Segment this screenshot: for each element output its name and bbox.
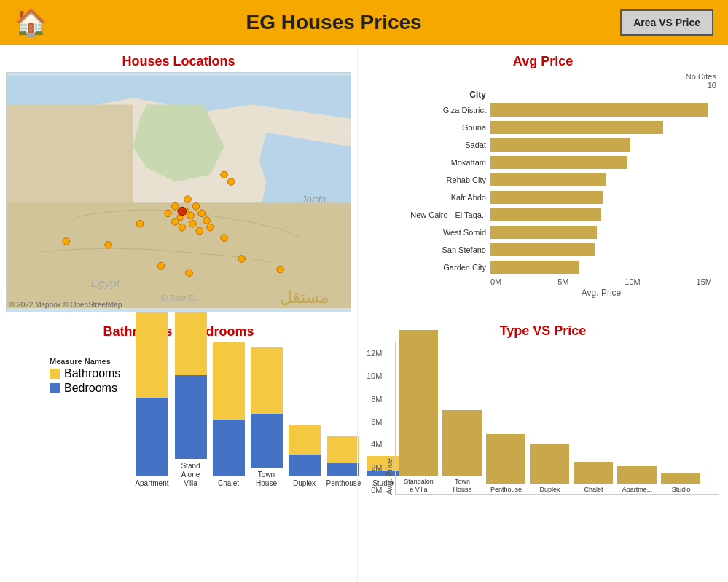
penthouse-bedrooms-bar xyxy=(327,463,359,476)
x-label-5m: 5M xyxy=(557,278,568,286)
city-col-header: City xyxy=(374,90,490,100)
header-left: 🏠 xyxy=(15,7,47,38)
svg-point-30 xyxy=(157,262,165,270)
svg-point-25 xyxy=(63,238,70,245)
bar-fill-westsomid xyxy=(490,226,597,239)
bar-fill-gardencity xyxy=(490,261,579,274)
svg-point-13 xyxy=(187,212,195,219)
bar-track-newcairo xyxy=(490,208,712,221)
table-row: Sadat xyxy=(374,138,712,152)
y-8m: 8M xyxy=(371,395,382,404)
map-section: Houses Locations xyxy=(0,45,357,315)
bar-fill-mokattam xyxy=(490,156,627,169)
type-bar-standalone: Standalone Villa xyxy=(399,330,438,494)
x-label-10m: 10M xyxy=(625,278,640,286)
svg-point-33 xyxy=(221,171,228,178)
duplex-label: Duplex xyxy=(293,479,316,488)
bb-bar-penthouse: Penthouse xyxy=(326,436,361,488)
svg-point-18 xyxy=(179,224,186,231)
bar-track-rehab xyxy=(490,173,712,186)
penthouse-label: Penthouse xyxy=(326,479,361,488)
legend-bathrooms: Bathrooms xyxy=(50,367,120,380)
chalet-bar xyxy=(574,462,613,484)
header: 🏠 EG Houses Prices Area VS Price xyxy=(0,0,728,45)
table-row: Mokattam xyxy=(374,155,712,170)
svg-point-32 xyxy=(178,207,187,216)
duplex-bar xyxy=(530,444,569,484)
bar-track-gardencity xyxy=(490,261,712,274)
svg-point-21 xyxy=(207,224,214,231)
chalet-bathrooms-bar xyxy=(213,342,245,420)
standalone-label: StandAlone Villa xyxy=(175,462,207,488)
house-icon: 🏠 xyxy=(15,7,47,38)
x-label-15m: 15M xyxy=(697,278,712,286)
bathrooms-bedrooms-section: Bathrooms & Bedrooms Measure Names Bathr… xyxy=(0,315,357,582)
bar-track-kafr xyxy=(490,191,712,204)
bar-track-sanstefano xyxy=(490,243,712,256)
legend-label-bathrooms: Bathrooms xyxy=(64,367,120,380)
svg-point-28 xyxy=(238,256,246,263)
table-row: Kafr Abdo xyxy=(374,190,712,205)
x-label-0m: 0M xyxy=(490,278,501,286)
townhouse-bar xyxy=(442,410,482,476)
svg-text:El Bahr El...: El Bahr El... xyxy=(161,294,202,302)
bar-label-gouna: Gouna xyxy=(374,123,490,132)
bar-label-sadat: Sadat xyxy=(374,141,490,149)
watermark: مستقل xyxy=(280,288,329,307)
avg-chart: City Giza District Gouna S xyxy=(367,90,719,298)
legend-color-bathrooms xyxy=(50,369,60,379)
map-title: Houses Locations xyxy=(6,48,351,72)
duplex-bathrooms-bar xyxy=(289,425,321,455)
y-12m: 12M xyxy=(367,349,382,358)
townhouse-type-label: TownHouse xyxy=(453,478,471,494)
bar-label-newcairo: New Cairo - El Taga.. xyxy=(374,211,490,219)
y-6m: 6M xyxy=(371,417,382,426)
table-row: San Stefano xyxy=(374,243,712,257)
studio-type-label: Studio xyxy=(672,486,691,494)
avg-price-section: Avg Price No Cites 10 City Giza District xyxy=(358,45,728,315)
studio-bar xyxy=(661,473,700,484)
bar-label-mokattam: Mokattam xyxy=(374,158,490,167)
bar-track-westsomid xyxy=(490,226,712,239)
type-bar-apartment: Apartme... xyxy=(617,466,657,494)
svg-text:Jorda: Jorda xyxy=(301,194,326,205)
standalone-type-label: Standalone Villa xyxy=(404,478,434,494)
apartment-bathrooms-bar xyxy=(136,302,168,398)
type-bar-penthouse: Penthouse xyxy=(486,434,525,494)
legend-bedrooms: Bedrooms xyxy=(50,382,120,395)
svg-point-26 xyxy=(136,221,144,228)
svg-point-23 xyxy=(196,227,203,235)
map-svg: Jorda Egypt El Bahr El... xyxy=(7,73,351,312)
bb-bar-duplex: Duplex xyxy=(289,425,321,488)
apartment-bedrooms-bar xyxy=(136,398,168,476)
bar-fill-kafr xyxy=(490,191,603,204)
svg-point-19 xyxy=(171,219,179,226)
table-row: West Somid xyxy=(374,225,712,240)
bar-fill-rehab xyxy=(490,173,606,186)
bar-label-giza: Giza District xyxy=(374,106,490,114)
duplex-type-label: Duplex xyxy=(539,486,560,494)
table-row: Rehab City xyxy=(374,173,712,187)
townhouse-bedrooms-bar xyxy=(251,414,283,468)
townhouse-label: TownHouse xyxy=(256,471,277,488)
bar-fill-giza xyxy=(490,103,708,117)
map-copyright: © 2022 Mapbox © OpenStreetMap xyxy=(9,301,122,309)
bar-label-sanstefano: San Stefano xyxy=(374,245,490,254)
svg-point-24 xyxy=(105,241,112,248)
avg-price-title: Avg Price xyxy=(367,48,719,72)
svg-point-31 xyxy=(186,270,193,277)
type-bar-studio: Studio xyxy=(661,473,700,494)
area-vs-price-button[interactable]: Area VS Price xyxy=(620,9,713,36)
table-row: Garden City xyxy=(374,260,712,275)
svg-point-15 xyxy=(184,196,192,203)
svg-point-29 xyxy=(277,266,284,273)
bar-label-rehab: Rehab City xyxy=(374,176,490,184)
svg-point-22 xyxy=(165,210,172,217)
table-row: Giza District xyxy=(374,103,712,117)
type-bar-chalet: Chalet xyxy=(574,462,613,494)
legend-label-bedrooms: Bedrooms xyxy=(64,382,117,395)
apartment-label: Apartment xyxy=(135,479,168,488)
svg-point-14 xyxy=(192,202,200,210)
table-row: New Cairo - El Taga.. xyxy=(374,208,712,222)
bar-track-sadat xyxy=(490,138,712,152)
